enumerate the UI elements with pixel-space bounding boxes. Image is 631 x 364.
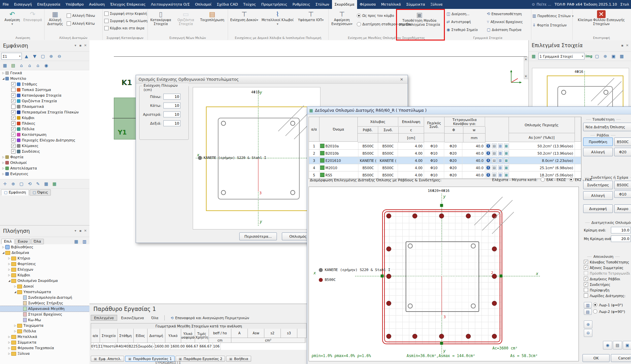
eak-ekos-radio[interactable]: ΕΑΚ - ΕΚΩΣ (541, 177, 566, 182)
dock-menu-icon[interactable] (75, 229, 76, 232)
visibility-checkbox[interactable] (11, 133, 16, 137)
row-print-icon[interactable] (492, 172, 496, 177)
tree-item[interactable]: Κτήριο (0, 256, 89, 261)
visibility-checkbox[interactable] (11, 121, 16, 126)
change-bars-button[interactable]: Αλλαγή (583, 148, 613, 156)
tree-item[interactable]: Οπλισμοί (0, 160, 89, 166)
menu-item[interactable]: Σχέδια CAD (214, 0, 241, 9)
work-filter-tab[interactable]: Επιλεγμένα (91, 315, 117, 321)
tree-item[interactable]: Κατακόρυφα Στοιχεία (0, 93, 89, 98)
bottom-tab[interactable]: Βοήθεια (226, 356, 251, 362)
close-icon[interactable] (84, 229, 87, 232)
tree-item[interactable]: Ελέγχων (0, 267, 89, 272)
relative-to-node-radio[interactable]: Ως προς τον κόμβο (357, 14, 394, 18)
row-print-icon[interactable] (492, 158, 496, 163)
table-row[interactable]: 4 M2010 B500C B500C 4.00 Φ10 Φ20 40.0 25… (309, 164, 581, 171)
stirrup-diameter-button[interactable]: Φ10 (614, 191, 631, 198)
view-option-checkbox[interactable]: Περίσφιγξη (584, 287, 630, 293)
panel-tab[interactable]: Εμφάνιση (1, 189, 29, 196)
ok-button[interactable]: OK (582, 354, 610, 362)
horizontal-elements-button[interactable]: Οριζόντια Στοιχεία (174, 10, 198, 26)
row-list-icon[interactable] (498, 172, 503, 177)
tree-item[interactable]: Γενικά (0, 70, 89, 76)
zoom-in-icon[interactable] (48, 53, 55, 60)
strip-2-radio[interactable]: Λωρ-2 (φ=90°) (593, 309, 625, 314)
scroll-up-icon[interactable]: ▲ (524, 57, 528, 61)
zoom-in-icon[interactable] (584, 320, 592, 328)
tree-item[interactable]: Τοπικό Σύστημα (0, 87, 89, 93)
expander-icon[interactable] (7, 347, 11, 349)
expander-icon[interactable] (7, 352, 11, 355)
core-dimension-button[interactable]: Διάσταση Πυρήνα (487, 27, 521, 32)
menu-item[interactable]: Στύλων (313, 0, 332, 9)
zoom-out-icon[interactable] (584, 329, 592, 337)
visibility-checkbox[interactable] (11, 144, 16, 148)
menu-item[interactable]: Μεταλλικά (379, 0, 404, 9)
save-icon[interactable] (610, 53, 617, 60)
vertical-elements-button[interactable]: Κατακόρυφα Στοιχεία (149, 10, 173, 26)
expander-icon[interactable] (13, 330, 17, 333)
visibility-checkbox[interactable] (11, 105, 16, 109)
nav-list-icon[interactable] (81, 238, 88, 245)
view-icon[interactable] (593, 53, 601, 60)
tree-item[interactable]: Οριζόντια Στοιχεία (0, 98, 89, 104)
tree-item[interactable]: Μοντέλο (0, 76, 89, 81)
expander-icon[interactable] (7, 335, 11, 338)
infill-wall-button[interactable]: Τοιχοπλήρωση (199, 10, 225, 22)
tree-item[interactable]: Δεδομένα (0, 250, 89, 256)
tree-item[interactable]: Ξύλινα (0, 351, 89, 356)
redo-button[interactable]: Επαναφορά (23, 10, 42, 22)
expander-icon[interactable] (7, 268, 11, 271)
visibility-checkbox[interactable] (11, 110, 16, 114)
menu-item[interactable]: Τεύχος (241, 0, 259, 9)
save-icon[interactable] (623, 341, 631, 349)
tree-item[interactable]: Βιβλιοθήκες (0, 244, 89, 250)
row-info-icon[interactable] (486, 143, 490, 148)
close-input-sheet-button[interactable]: Κλείσιμο Φύλλου Εισαγωγής Στοιχείων (575, 10, 628, 26)
view-window-icon[interactable] (39, 53, 47, 60)
beam-strengthening-button[interactable]: Ενίσχυση Δοκού (229, 10, 259, 22)
side-input[interactable] (163, 120, 181, 126)
tree-item[interactable]: Συνδέσεις (0, 149, 89, 154)
change-stirrup-button[interactable]: Αλλαγή (583, 191, 613, 200)
reposition-button[interactable]: Επανατοποθέτηση (487, 12, 522, 16)
tree-item[interactable]: Συνδεσμολογία-Διατομή (0, 295, 89, 300)
bottom-tab[interactable]: Εμφ. Αποτελ. (91, 356, 124, 362)
table-icon[interactable] (51, 180, 58, 187)
scroll-down-icon[interactable]: ▼ (524, 75, 528, 79)
visibility-checkbox[interactable] (11, 82, 16, 86)
menu-item[interactable]: Υπόβαθρο (63, 0, 86, 9)
view-option-checkbox[interactable]: Άξονες Συμμετρίας (584, 265, 630, 270)
row-info-icon[interactable] (486, 165, 490, 170)
change-top-checkbox[interactable]: Αλλαγή Πάνω (67, 14, 95, 18)
menu-item[interactable]: Σύμμεικτα (404, 0, 428, 9)
zoom-out-icon[interactable] (56, 53, 63, 60)
level-down-button[interactable] (31, 53, 38, 60)
element-loads-button[interactable]: Φορτία Στοιχείων (532, 23, 567, 27)
visibility-checkbox[interactable] (11, 138, 16, 142)
tree-item[interactable]: Ενέργειες (0, 171, 89, 177)
shear-strip-1-icon[interactable] (584, 302, 592, 308)
select-icon[interactable] (1, 180, 9, 187)
more-button[interactable]: Περισσότερα... (239, 232, 277, 240)
tree-item[interactable]: Κοιτόστρωση (0, 132, 89, 137)
tree-item[interactable]: Φορτίσεις (0, 261, 89, 267)
front-view-icon[interactable] (26, 62, 33, 69)
view-option-checkbox[interactable]: Κάναβος Τοποθέτησης (584, 259, 630, 265)
nodes-at-ends-checkbox[interactable]: Κόμβοι και στα άκρα (104, 26, 145, 30)
tree-item[interactable]: Κλίμακες (0, 143, 89, 149)
bars-steel-button[interactable]: B500C (614, 137, 631, 146)
tree-item[interactable]: Πέδιλα (0, 328, 89, 334)
tree-item[interactable]: Μεταλλικά (0, 334, 89, 340)
table-row[interactable]: 0Y1Σ1ΥποστύR40/40B225Σκυρόδε-1600.001600… (91, 343, 307, 350)
undo-button[interactable]: Αναίρεση (3, 10, 22, 26)
zoom-icon[interactable] (602, 53, 609, 60)
panel-tab[interactable]: Όψεις (30, 189, 51, 196)
close-icon[interactable] (626, 44, 629, 47)
pan-icon[interactable] (18, 180, 25, 187)
stitch-head-checkbox[interactable]: Συρραφή στην Κεφαλή (104, 12, 147, 16)
menu-item[interactable]: Ανάλυση (86, 0, 108, 9)
tree-item[interactable]: Στάθμες (0, 81, 89, 87)
row-list-icon[interactable] (498, 151, 503, 156)
tree-item[interactable]: Κόμβοι (0, 115, 89, 121)
